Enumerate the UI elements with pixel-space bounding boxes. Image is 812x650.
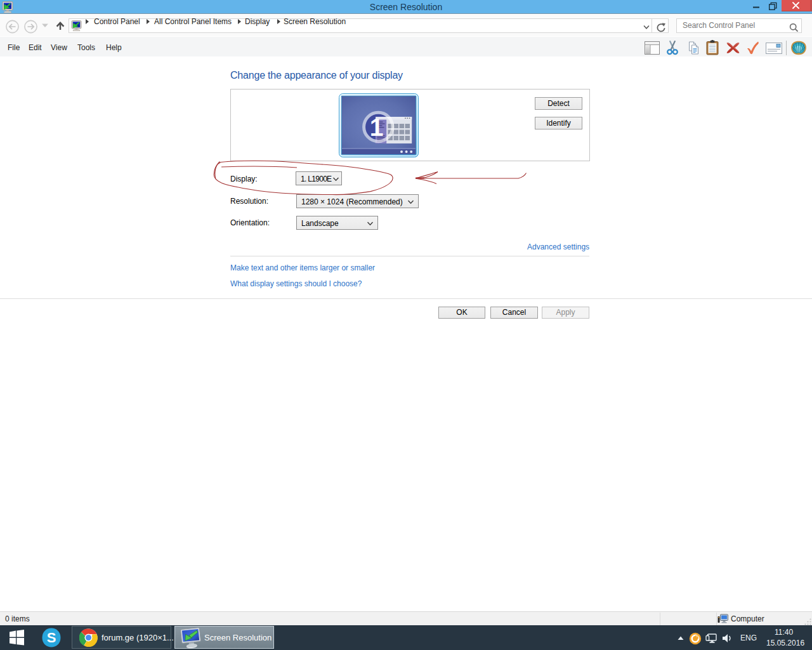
svg-text:1: 1	[370, 114, 384, 141]
svg-text:S: S	[47, 630, 56, 646]
